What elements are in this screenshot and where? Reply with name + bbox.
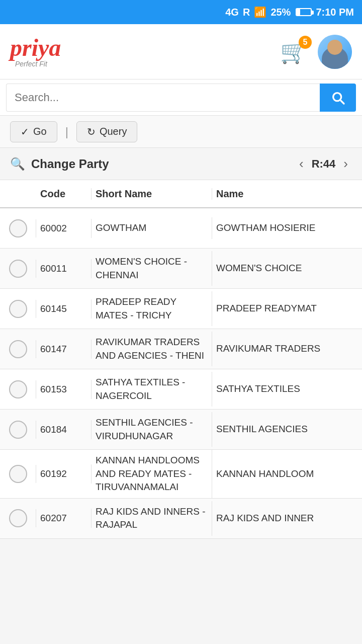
code-cell: 60192 — [36, 464, 92, 484]
code-cell: 60011 — [36, 259, 92, 278]
shortname-cell: KANNAN HANDLOOMS AND READY MATES - TIRUV… — [92, 450, 212, 498]
table-body: 60002 GOWTHAM GOWTHAM HOSIERIE 60011 WOM… — [0, 208, 362, 539]
radio-button[interactable] — [9, 380, 27, 398]
name-cell: RAJ KIDS AND INNER — [212, 508, 362, 529]
table-row[interactable]: 60153 SATHYA TEXTILES - NAGERCOIL SATHYA… — [0, 369, 362, 410]
search-icon — [330, 90, 346, 106]
refresh-icon: ↻ — [87, 126, 96, 138]
shortname-cell: RAVIKUMAR TRADERS AND AGENCIES - THENI — [92, 332, 212, 366]
radio-button[interactable] — [9, 421, 27, 439]
table-row[interactable]: 60207 RAJ KIDS AND INNERS - RAJAPAL RAJ … — [0, 499, 362, 539]
radio-cell[interactable] — [0, 260, 36, 278]
change-party-title: Change Party — [31, 157, 109, 171]
radio-cell[interactable] — [0, 509, 36, 527]
radio-button[interactable] — [9, 300, 27, 318]
radio-button[interactable] — [9, 509, 27, 527]
record-count: R:44 — [312, 157, 336, 171]
radio-button[interactable] — [9, 260, 27, 278]
name-cell: GOWTHAM HOSIERIE — [212, 217, 362, 239]
logo: priya Perfect Fit — [10, 36, 61, 68]
radio-cell[interactable] — [0, 300, 36, 318]
table-row[interactable]: 60002 GOWTHAM GOWTHAM HOSIERIE — [0, 208, 362, 249]
party-table: Code Short Name Name 60002 GOWTHAM GOWTH… — [0, 180, 362, 539]
search-input[interactable] — [6, 84, 320, 112]
table-header: Code Short Name Name — [0, 180, 362, 208]
name-cell: SATHYA TEXTILES — [212, 378, 362, 400]
battery-icon — [296, 8, 312, 16]
table-row[interactable]: 60147 RAVIKUMAR TRADERS AND AGENCIES - T… — [0, 329, 362, 369]
header-code-col: Code — [36, 188, 92, 200]
code-cell: 60153 — [36, 380, 92, 399]
shortname-cell: RAJ KIDS AND INNERS - RAJAPAL — [92, 501, 212, 536]
cart-button[interactable]: 🛒 5 — [280, 39, 308, 65]
logo-text: priya — [10, 36, 61, 60]
shortname-cell: WOMEN'S CHOICE - CHENNAI — [92, 251, 212, 286]
header-icons: 🛒 5 — [280, 35, 352, 69]
radio-button[interactable] — [9, 465, 27, 483]
signal-icon: 📶 — [254, 6, 266, 18]
change-party-left: 🔍 Change Party — [10, 157, 109, 171]
network-type: 4G — [225, 7, 239, 18]
radio-cell[interactable] — [0, 380, 36, 398]
next-arrow[interactable]: › — [339, 154, 352, 174]
change-party-right: ‹ R:44 › — [295, 154, 352, 174]
name-cell: WOMEN'S CHOICE — [212, 258, 362, 279]
go-label: Go — [33, 126, 47, 137]
status-bar: 4G R 📶 25% 7:10 PM — [0, 0, 362, 24]
carrier: R — [243, 7, 250, 18]
radio-button[interactable] — [9, 340, 27, 358]
header-shortname-col: Short Name — [92, 188, 212, 200]
search-bar — [0, 79, 362, 116]
name-cell: SENTHIL AGENCIES — [212, 419, 362, 440]
battery-percent: 25% — [270, 7, 291, 18]
table-row[interactable]: 60192 KANNAN HANDLOOMS AND READY MATES -… — [0, 450, 362, 499]
query-label: Query — [100, 126, 127, 137]
user-avatar[interactable] — [318, 35, 352, 69]
toolbar-separator: | — [65, 125, 68, 139]
go-button[interactable]: ✓ Go — [10, 121, 57, 142]
radio-button[interactable] — [9, 219, 27, 237]
shortname-cell: PRADEEP READY MATES - TRICHY — [92, 291, 212, 326]
shortname-cell: SATHYA TEXTILES - NAGERCOIL — [92, 372, 212, 407]
table-row[interactable]: 60145 PRADEEP READY MATES - TRICHY PRADE… — [0, 289, 362, 329]
cart-badge: 5 — [299, 36, 312, 49]
name-cell: KANNAN HANDLOOM — [212, 463, 362, 485]
table-row[interactable]: 60011 WOMEN'S CHOICE - CHENNAI WOMEN'S C… — [0, 249, 362, 289]
header-name-col: Name — [212, 188, 362, 200]
code-cell: 60145 — [36, 299, 92, 318]
query-button[interactable]: ↻ Query — [76, 121, 137, 142]
header: priya Perfect Fit 🛒 5 — [0, 24, 362, 79]
search-party-icon: 🔍 — [10, 157, 25, 171]
shortname-cell: SENTHIL AGENCIES - VIRUDHUNAGAR — [92, 412, 212, 447]
radio-cell[interactable] — [0, 340, 36, 358]
radio-cell[interactable] — [0, 219, 36, 237]
code-cell: 60002 — [36, 219, 92, 238]
shortname-cell: GOWTHAM — [92, 217, 212, 239]
name-cell: PRADEEP READYMAT — [212, 298, 362, 319]
prev-arrow[interactable]: ‹ — [295, 154, 308, 174]
logo-tagline: Perfect Fit — [15, 60, 61, 68]
code-cell: 60207 — [36, 509, 92, 528]
time: 7:10 PM — [316, 7, 354, 18]
table-row[interactable]: 60184 SENTHIL AGENCIES - VIRUDHUNAGAR SE… — [0, 410, 362, 450]
name-cell: RAVIKUMAR TRADERS — [212, 338, 362, 360]
change-party-bar: 🔍 Change Party ‹ R:44 › — [0, 148, 362, 180]
toolbar: ✓ Go | ↻ Query — [0, 116, 362, 148]
check-icon: ✓ — [21, 126, 29, 138]
radio-cell[interactable] — [0, 465, 36, 483]
radio-cell[interactable] — [0, 421, 36, 439]
code-cell: 60147 — [36, 340, 92, 359]
search-button[interactable] — [320, 84, 356, 112]
code-cell: 60184 — [36, 420, 92, 439]
